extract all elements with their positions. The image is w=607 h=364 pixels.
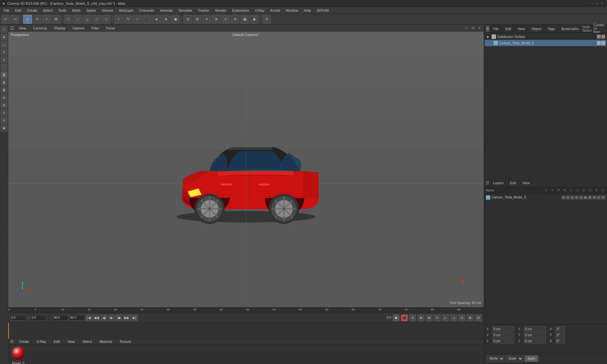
prop-h-field[interactable]: 0° [555, 326, 565, 331]
close-button[interactable]: ✕ [600, 1, 604, 6]
menu-item-render[interactable]: Render [212, 7, 229, 14]
left-misc-btn[interactable]: ◉ [1, 124, 8, 131]
menu-item-arnold[interactable]: Arnold [267, 7, 283, 14]
obj-vis-tesla-2[interactable] [601, 41, 605, 45]
menu-item-select[interactable]: Select [40, 7, 55, 14]
menu-item-extensions[interactable]: Extensions [230, 7, 252, 14]
menu-item-animate[interactable]: Animate [157, 7, 175, 14]
layer-anim-icon[interactable]: ▶ [584, 196, 587, 199]
layer-mgr-icon[interactable]: ≡ [575, 196, 579, 199]
layer-item-tesla[interactable]: Cartoon_Tesla_Model_S ● 👁 □ ≡ ▷ ▶ ⊞ ⊡ ✕ … [485, 194, 606, 201]
object-item-subdivision[interactable]: ▶ Subdivision Surface [485, 33, 606, 40]
menu-item-character[interactable]: Character [137, 7, 157, 14]
layer-solo-icon[interactable]: ● [561, 196, 565, 199]
autokey-btn[interactable]: ⚫ [401, 314, 408, 321]
layer-vis-icon[interactable]: 👁 [566, 196, 570, 199]
scale-tool[interactable]: ⤢ [42, 15, 51, 24]
mat-menu-view[interactable]: View [65, 339, 77, 344]
anim-obj-btn[interactable]: ▷ [442, 314, 449, 321]
anim-cam-btn[interactable]: ◁ [450, 314, 457, 321]
menu-item-window[interactable]: Window [283, 7, 301, 14]
anim-extra-btn[interactable]: ⊟ [475, 314, 482, 321]
light-btn[interactable]: ☀ [262, 15, 271, 24]
first-frame-btn[interactable]: |◀ [85, 314, 92, 321]
vp-menu-filter[interactable]: Filter [89, 25, 101, 31]
prop-p-field[interactable]: 0° [555, 332, 565, 337]
anim-layer-btn[interactable]: ≡ [434, 314, 441, 321]
vp-close-icon[interactable]: ✕ [477, 26, 482, 31]
mat-menu-select[interactable]: Select [80, 339, 95, 344]
bevel-tool[interactable]: ◈ [152, 15, 161, 24]
prop-y2-field[interactable]: 0 cm [524, 332, 546, 337]
left-py-s[interactable]: S [1, 87, 8, 94]
left-brush-btn[interactable]: ⊛ [1, 94, 8, 101]
menu-item-create[interactable]: Create [24, 7, 40, 14]
fill-tool[interactable]: ▣ [171, 15, 180, 24]
menu-item-edit[interactable]: Edit [13, 7, 24, 14]
layers-tab-view[interactable]: View [520, 180, 532, 185]
obj-vis-2[interactable] [601, 35, 605, 39]
point-mode[interactable]: ◇ [102, 15, 111, 24]
coord-mode-select[interactable]: Scale [506, 355, 523, 362]
anim-settings-btn[interactable]: ⊞ [417, 314, 424, 321]
coord-system-select[interactable]: World [487, 355, 504, 362]
object-item-tesla[interactable]: Cartoon_Tesla_Model_S [485, 40, 606, 46]
obj-vis-tesla-1[interactable] [597, 41, 601, 45]
menu-item-3dtoall[interactable]: 3DToAll [314, 7, 331, 14]
menu-item-help[interactable]: Help [301, 7, 314, 14]
prev-frame-btn[interactable]: ◀◀ [93, 314, 100, 321]
menu-item-tracker[interactable]: Tracker [195, 7, 212, 14]
menu-item-mograph[interactable]: MoGraph [116, 7, 136, 14]
texture-tool[interactable]: ▦ [240, 15, 249, 24]
menu-item-simulate[interactable]: Simulate [176, 7, 195, 14]
left-fx-s[interactable]: S [1, 79, 8, 86]
rotate-tool[interactable]: ↺ [33, 15, 41, 24]
mat-menu-material[interactable]: Material [97, 339, 114, 344]
move-tool[interactable]: ✛ [23, 15, 32, 24]
vp-menu-options[interactable]: Options [70, 25, 87, 31]
left-grid-btn[interactable]: ⊞ [1, 102, 8, 109]
om-menu-bookmarks[interactable]: Bookmarks [559, 25, 581, 33]
minimize-button[interactable]: ─ [590, 1, 594, 6]
snap-tool[interactable]: ⊡ [183, 15, 192, 24]
prop-z2-field[interactable]: 0 cm [524, 338, 546, 343]
menu-item-tools[interactable]: Tools [56, 7, 69, 14]
menu-item-file[interactable]: File [1, 7, 12, 14]
end-frame-display[interactable]: 90 F [69, 315, 85, 321]
transform-tool[interactable]: ⊞ [52, 15, 60, 24]
prop-x2-field[interactable]: 0 cm [524, 326, 546, 331]
apply-button[interactable]: Apply [524, 355, 538, 362]
playhead-frame-field[interactable]: 0 F [30, 315, 46, 321]
vp-menu-panel[interactable]: Panel [104, 25, 118, 31]
mat-menu-vray[interactable]: V-Ray [34, 339, 49, 344]
prop-x-field[interactable]: 0 cm [492, 326, 514, 331]
layer-def-icon[interactable]: ⊡ [592, 196, 596, 199]
edge-mode[interactable]: △ [83, 15, 92, 24]
mat-menu-edit[interactable]: Edit [51, 339, 62, 344]
layer-render-icon[interactable]: □ [570, 196, 574, 199]
layer-expr-icon[interactable]: ✕ [597, 196, 601, 199]
om-menu-tags[interactable]: Tags [545, 25, 557, 33]
knife-tool[interactable]: ⌗ [133, 15, 142, 24]
add-tool[interactable]: + [114, 15, 123, 24]
extrude-tool[interactable]: ⬛ [143, 15, 151, 24]
node-space-value[interactable]: Current (V-Ray) [594, 23, 604, 34]
prev-key-btn[interactable]: ◀| [101, 314, 107, 321]
left-mesh-btn[interactable]: ◈ [1, 33, 8, 40]
current-frame-field[interactable]: 0 F [10, 315, 26, 321]
om-menu-file[interactable]: File [491, 25, 501, 33]
layers-menu-icon[interactable]: ☰ [486, 181, 489, 185]
magnet-tool[interactable]: ⊛ [212, 15, 221, 24]
viewport-3d[interactable]: X Y Z Perspective Default Camera:* Grid … [8, 32, 484, 307]
maximize-button[interactable]: □ [595, 1, 599, 6]
anim-render-btn[interactable]: ⊞ [467, 314, 474, 321]
vp-menu-view[interactable]: View [16, 25, 29, 31]
left-deformer-btn[interactable]: ⊓ [1, 49, 8, 56]
vp-expand-icon[interactable]: ⤢ [464, 26, 469, 31]
render-btn[interactable]: ◉ [250, 15, 259, 24]
last-frame-btn[interactable]: ▶| [131, 314, 138, 321]
anim-ref-btn[interactable]: ⊡ [458, 314, 465, 321]
undo-button[interactable]: ↩ [1, 15, 10, 24]
om-menu-object[interactable]: Object [529, 25, 544, 33]
record-btn[interactable]: ⏺ [393, 314, 400, 321]
